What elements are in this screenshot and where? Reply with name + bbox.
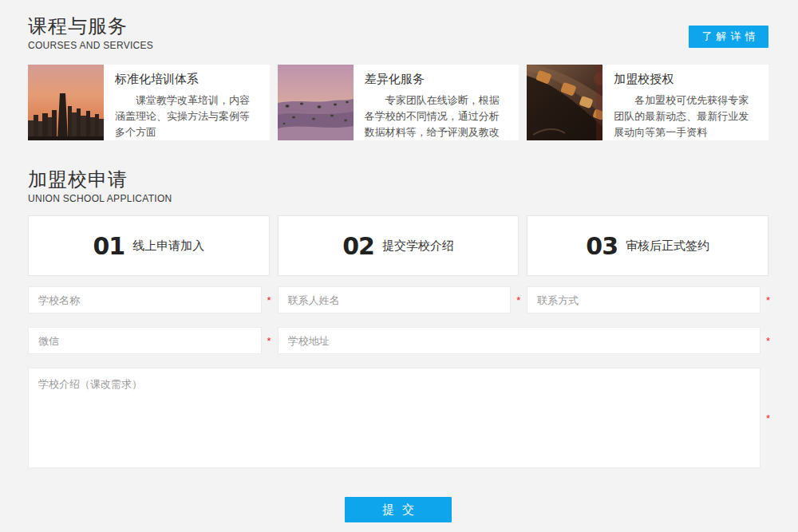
contact-info-input[interactable]	[527, 286, 760, 313]
step-card-1: 01 线上申请加入	[28, 215, 270, 276]
submit-row: 提交	[28, 497, 768, 522]
service-card-desc: 各加盟校可优先获得专家团队的最新动态、最新行业发展动向等第一手资料	[614, 93, 759, 140]
service-card-franchise-authorization: 加盟校授权 各加盟校可优先获得专家团队的最新动态、最新行业发展动向等第一手资料	[527, 65, 768, 140]
step-number: 03	[586, 232, 618, 260]
step-label: 提交学校介绍	[382, 238, 454, 254]
school-intro-field: *	[28, 368, 760, 468]
service-card-title: 加盟校授权	[614, 72, 759, 87]
application-steps-row: 01 线上申请加入 02 提交学校介绍 03 审核后正式签约	[28, 215, 768, 276]
courses-title: 课程与服务	[28, 14, 153, 38]
service-card-text: 标准化培训体系 课堂教学改革培训，内容涵盖理论、实操方法与案例等多个方面	[104, 65, 270, 140]
step-card-2: 02 提交学校介绍	[278, 215, 519, 276]
service-card-desc: 专家团队在线诊断，根据各学校的不同情况，通过分析数据材料等，给予评测及教改意见	[365, 93, 510, 140]
service-cards-row: 标准化培训体系 课堂教学改革培训，内容涵盖理论、实操方法与案例等多个方面	[28, 65, 768, 140]
required-asterisk: *	[766, 336, 770, 346]
courses-section: 课程与服务 COURSES AND SERVICES 了解详情	[28, 14, 768, 140]
step-card-3: 03 审核后正式签约	[527, 215, 768, 276]
wechat-input[interactable]	[28, 327, 262, 354]
learn-more-button[interactable]: 了解详情	[689, 26, 768, 48]
service-card-title: 标准化培训体系	[115, 72, 260, 87]
service-card-text: 差异化服务 专家团队在线诊断，根据各学校的不同情况，通过分析数据材料等，给予评测…	[354, 65, 519, 140]
service-card-title: 差异化服务	[365, 72, 510, 87]
submit-button[interactable]: 提交	[345, 497, 452, 522]
application-form: * * * * * *	[28, 286, 768, 468]
required-asterisk: *	[267, 336, 271, 346]
application-title: 加盟校申请	[28, 167, 768, 191]
courses-section-head: 课程与服务 COURSES AND SERVICES 了解详情	[28, 14, 768, 51]
school-name-field: *	[28, 286, 262, 313]
step-label: 线上申请加入	[132, 238, 204, 254]
required-asterisk: *	[766, 413, 770, 424]
required-asterisk: *	[516, 295, 520, 305]
courses-subtitle: COURSES AND SERVICES	[28, 40, 153, 51]
step-label: 审核后正式签约	[626, 238, 709, 254]
contact-name-field: *	[278, 286, 512, 313]
service-card-standardized-training: 标准化培训体系 课堂教学改革培训，内容涵盖理论、实操方法与案例等多个方面	[28, 65, 270, 140]
service-card-differentiated-service: 差异化服务 专家团队在线诊断，根据各学校的不同情况，通过分析数据材料等，给予评测…	[278, 65, 519, 140]
contact-name-input[interactable]	[278, 286, 512, 313]
school-intro-textarea[interactable]	[28, 368, 760, 468]
required-asterisk: *	[267, 295, 271, 305]
required-asterisk: *	[766, 295, 770, 305]
courses-heading-group: 课程与服务 COURSES AND SERVICES	[28, 14, 153, 51]
school-name-input[interactable]	[28, 286, 262, 313]
contact-info-field: *	[527, 286, 760, 313]
desert-dusk-image	[278, 65, 354, 140]
service-card-text: 加盟校授权 各加盟校可优先获得专家团队的最新动态、最新行业发展动向等第一手资料	[602, 65, 768, 140]
wechat-field: *	[28, 327, 262, 354]
application-section: 加盟校申请 UNION SCHOOL APPLICATION 01 线上申请加入…	[28, 167, 768, 522]
city-sunset-image	[28, 65, 104, 140]
school-address-field: *	[278, 327, 760, 354]
film-strip-image	[527, 65, 602, 140]
step-number: 02	[342, 232, 374, 260]
step-number: 01	[93, 232, 124, 260]
page: 课程与服务 COURSES AND SERVICES 了解详情	[0, 0, 798, 522]
application-subtitle: UNION SCHOOL APPLICATION	[28, 193, 768, 204]
service-card-desc: 课堂教学改革培训，内容涵盖理论、实操方法与案例等多个方面	[115, 93, 260, 140]
school-address-input[interactable]	[278, 327, 760, 354]
